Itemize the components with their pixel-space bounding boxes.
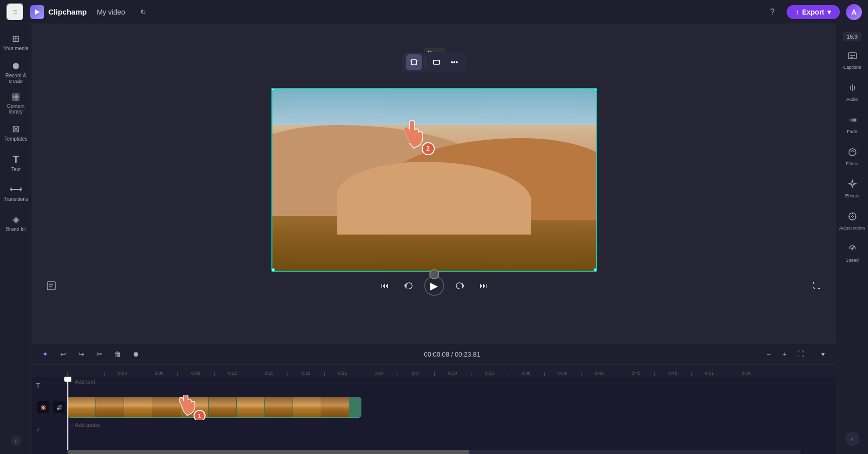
ruler-mark-8: 0:24 [361, 371, 398, 376]
svg-rect-13 [848, 53, 856, 59]
aspect-ratio-button[interactable] [428, 54, 444, 70]
sidebar-item-filters[interactable]: Filters [838, 142, 866, 172]
sidebar-item-transitions[interactable]: ⟷ Transitions [2, 179, 30, 207]
mute-video-button[interactable]: 🔇 [37, 401, 49, 413]
right-sidebar-collapse-button[interactable]: ‹ [845, 432, 859, 446]
zoom-out-button[interactable]: − [761, 347, 776, 361]
help-button[interactable]: ? [764, 4, 781, 20]
sidebar-label-transitions: Transitions [4, 196, 28, 202]
zoom-in-button[interactable]: + [778, 347, 792, 361]
delete-button[interactable]: 🗑 [111, 347, 125, 361]
sidebar-item-your-media[interactable]: ⊞ Your media [2, 28, 30, 56]
ruler-marks-container: 0:03 0:06 0:09 0:12 0:15 0:18 0:21 0:24 … [67, 371, 764, 376]
content-library-icon: ▦ [12, 91, 20, 102]
sidebar-item-fade[interactable]: Fade [838, 109, 866, 140]
text-track-icon: T [36, 382, 40, 389]
logo-icon [30, 5, 44, 19]
fit-to-window-button[interactable]: ⛶ [794, 347, 808, 361]
crop-tool-button[interactable] [406, 54, 422, 70]
export-button[interactable]: ↑ Export ▾ [787, 5, 840, 19]
speed-label: Speed [845, 258, 858, 263]
sidebar-item-speed[interactable]: Speed [838, 238, 866, 268]
timeline-playhead[interactable] [67, 377, 68, 450]
hamburger-menu-button[interactable]: ☰ [6, 3, 24, 21]
adjust-colors-label: Adjust colors [839, 225, 865, 231]
svg-rect-8 [47, 282, 55, 290]
crop-handle-bottom-right[interactable] [594, 268, 597, 272]
adjust-colors-icon [847, 211, 857, 224]
crop-handle-top-left[interactable] [271, 88, 275, 91]
sidebar-item-brand-kit[interactable]: ◈ Brand kit [2, 209, 30, 237]
add-text-button[interactable]: + Add text [67, 378, 98, 386]
toolbar-divider [425, 57, 425, 67]
svg-marker-11 [405, 284, 406, 288]
sidebar-item-effects[interactable]: Effects [838, 174, 866, 204]
playback-left-controls [42, 277, 60, 295]
cut-button[interactable]: ✂ [92, 347, 107, 361]
sidebar-label-text: Text [11, 167, 20, 172]
timeline-collapse-button[interactable]: ▾ [816, 347, 830, 361]
ruler-mark-9: 0:27 [398, 371, 434, 376]
skip-to-end-button[interactable]: ⏭ [474, 277, 493, 295]
more-options-button[interactable]: ••• [446, 54, 462, 70]
auto-compose-button[interactable]: ✦ [38, 347, 52, 361]
magic-icon-button[interactable] [42, 277, 60, 295]
redo-button[interactable]: ↪ [74, 347, 88, 361]
templates-icon: ⊠ [12, 124, 20, 135]
svg-rect-2 [411, 60, 416, 65]
add-audio-button[interactable]: + Add audio [67, 421, 103, 429]
autosave-icon[interactable]: ↻ [135, 4, 151, 20]
skip-to-start-button[interactable]: ⏮ [376, 277, 394, 295]
timeline-ruler: 0:03 0:06 0:09 0:12 0:15 0:18 0:21 0:24 … [32, 365, 836, 377]
timeline-scrollbar[interactable] [67, 450, 801, 454]
video-track-label: 🔇 🔊 [32, 400, 67, 414]
svg-marker-1 [35, 10, 40, 15]
total-time: 00:23.81 [455, 351, 480, 358]
sidebar-item-record-create[interactable]: ⏺ Record & create [2, 58, 30, 86]
video-track-content[interactable]: 1 [67, 395, 836, 420]
current-time: 00:00.08 [424, 351, 449, 358]
thumb-3 [124, 397, 152, 417]
fade-label: Fade [847, 129, 857, 134]
fullscreen-button[interactable]: ⛶ [808, 277, 826, 295]
crop-handle-bottom-left[interactable] [271, 268, 275, 272]
audio-track-icon: ♪ [36, 425, 39, 432]
record-button[interactable]: ⏺ [129, 347, 143, 361]
sidebar-item-captions[interactable]: Captions [838, 45, 866, 75]
thumb-5 [180, 397, 208, 417]
aspect-ratio-badge[interactable]: 16:9 [843, 32, 861, 41]
timeline-scrollbar-thumb[interactable] [67, 450, 469, 454]
captions-label: Captions [843, 65, 861, 70]
sidebar-item-text[interactable]: T Text [2, 149, 30, 177]
ruler-mark-10: 0:30 [434, 371, 471, 376]
sidebar-item-adjust-colors[interactable]: Adjust colors [838, 206, 866, 236]
undo-button[interactable]: ↩ [56, 347, 70, 361]
ruler-mark-1: 0:03 [104, 371, 141, 376]
sidebar-item-content-library[interactable]: ▦ Content library [2, 88, 30, 117]
speed-icon [847, 244, 857, 256]
thumb-6 [209, 397, 236, 417]
sidebar-label-content-library: Content library [2, 103, 30, 115]
ruler-mark-11: 0:33 [471, 371, 508, 376]
sidebar-expand-button[interactable]: › [11, 436, 21, 446]
video-title-button[interactable]: My video [93, 6, 129, 18]
forward-5s-button[interactable] [450, 277, 468, 295]
crop-handle-top-right[interactable] [594, 88, 597, 91]
video-clip[interactable] [67, 397, 361, 418]
ruler-mark-4: 0:12 [214, 371, 251, 376]
rotation-handle[interactable] [429, 269, 439, 279]
thumb-8 [265, 397, 293, 417]
text-icon: T [13, 154, 19, 165]
ruler-mark-14: 0:42 [581, 371, 618, 376]
ruler-mark-5: 0:15 [251, 371, 287, 376]
avatar[interactable]: A [846, 4, 862, 20]
sidebar-item-templates[interactable]: ⊠ Templates [2, 119, 30, 147]
video-frame[interactable] [271, 88, 597, 272]
ruler-mark-2: 0:06 [141, 371, 177, 376]
volume-button[interactable]: 🔊 [53, 401, 65, 413]
center-content: Crop ••• [32, 24, 836, 454]
sidebar-item-audio[interactable]: Audio [838, 77, 866, 107]
ruler-mark-18: 0:54 [728, 371, 764, 376]
effects-icon [847, 179, 857, 192]
rewind-5s-button[interactable] [400, 277, 418, 295]
